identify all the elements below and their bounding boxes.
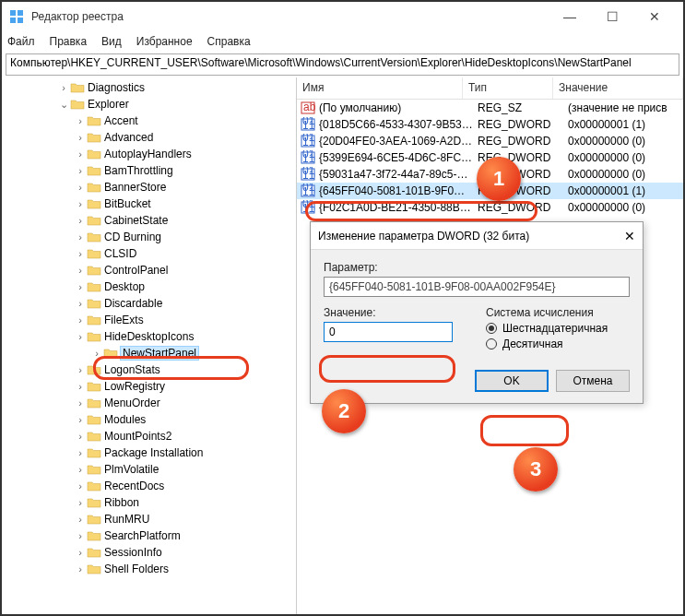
twisty-icon: › bbox=[74, 298, 87, 309]
twisty-icon: › bbox=[74, 265, 87, 276]
svg-text:110: 110 bbox=[302, 152, 315, 165]
tree-item[interactable]: ›PlmVolatile bbox=[2, 461, 296, 478]
menu-edit[interactable]: Правка bbox=[50, 35, 88, 48]
tree-label: BamThrottling bbox=[104, 164, 173, 177]
radio-hex[interactable]: Шестнадцатеричная bbox=[486, 322, 630, 335]
tree-label: FileExts bbox=[104, 314, 144, 326]
registry-value-row[interactable]: 011110{5399E694-6CE5-4D6C-8FC…REG_DWORD0… bbox=[297, 149, 683, 166]
tree-item[interactable]: ›RunMRU bbox=[2, 511, 296, 527]
svg-text:110: 110 bbox=[302, 185, 315, 198]
titlebar: Редактор реестра — ☐ ✕ bbox=[2, 2, 683, 31]
twisty-icon: › bbox=[74, 281, 87, 292]
tree-item[interactable]: ›HideDesktopIcons bbox=[2, 328, 296, 345]
tree-item[interactable]: ›Diagnostics bbox=[2, 79, 296, 96]
tree-panel[interactable]: ›Diagnostics⌄Explorer›Accent›Advanced›Au… bbox=[2, 77, 297, 614]
tree-label: HideDesktopIcons bbox=[104, 330, 194, 343]
tree-item[interactable]: ›NewStartPanel bbox=[2, 345, 296, 361]
menu-view[interactable]: Вид bbox=[101, 35, 122, 48]
tree-item[interactable]: ›Discardable bbox=[2, 295, 296, 312]
menu-favorites[interactable]: Избранное bbox=[136, 35, 193, 48]
tree-item[interactable]: ›CD Burning bbox=[2, 229, 296, 245]
tree-item[interactable]: ›SessionInfo bbox=[2, 544, 296, 561]
param-field[interactable]: {645FF040-5081-101B-9F08-00AA002F954E} bbox=[324, 277, 630, 297]
col-value[interactable]: Значение bbox=[553, 77, 683, 99]
registry-value-row[interactable]: 011110{645FF040-5081-101B-9F0…REG_DWORD0… bbox=[297, 183, 683, 199]
tree-item[interactable]: ›SearchPlatform bbox=[2, 527, 296, 544]
tree-item[interactable]: ›BitBucket bbox=[2, 195, 296, 212]
menu-file[interactable]: Файл bbox=[7, 35, 35, 48]
tree-label: CLSID bbox=[104, 247, 136, 260]
value-type: REG_DWORD bbox=[478, 168, 568, 181]
tree-item[interactable]: ›BamThrottling bbox=[2, 162, 296, 179]
tree-item[interactable]: ›CLSID bbox=[2, 245, 296, 262]
tree-item[interactable]: ›ControlPanel bbox=[2, 262, 296, 278]
tree-item[interactable]: ›CabinetState bbox=[2, 212, 296, 229]
value-name: {645FF040-5081-101B-9F0… bbox=[319, 184, 478, 197]
value-data: (значение не присв bbox=[568, 101, 683, 114]
tree-label: Modules bbox=[104, 413, 146, 426]
value-type: REG_DWORD bbox=[478, 151, 568, 164]
tree-label: CD Burning bbox=[104, 231, 161, 243]
registry-value-row[interactable]: 011110{018D5C66-4533-4307-9B53…REG_DWORD… bbox=[297, 116, 683, 133]
tree-label: BannerStore bbox=[104, 181, 166, 194]
value-data: 0x00000000 (0) bbox=[568, 168, 683, 181]
menu-help[interactable]: Справка bbox=[207, 35, 251, 48]
dialog-title: Изменение параметра DWORD (32 бита) bbox=[318, 230, 608, 243]
tree-item[interactable]: ›MenuOrder bbox=[2, 395, 296, 411]
radio-icon bbox=[486, 338, 497, 349]
tree-item[interactable]: ›BannerStore bbox=[2, 179, 296, 195]
twisty-icon: › bbox=[74, 248, 87, 259]
value-data: 0x00000000 (0) bbox=[568, 135, 683, 148]
svg-rect-3 bbox=[18, 18, 23, 23]
close-button[interactable]: ✕ bbox=[633, 2, 676, 31]
twisty-icon: › bbox=[74, 514, 87, 525]
tree-item[interactable]: ›Accent bbox=[2, 113, 296, 129]
window-title: Редактор реестра bbox=[31, 10, 549, 23]
twisty-icon: › bbox=[74, 115, 87, 126]
tree-label: SearchPlatform bbox=[104, 529, 181, 542]
value-type-icon: 011110 bbox=[301, 150, 315, 165]
value-type: REG_SZ bbox=[478, 101, 568, 114]
value-name: (По умолчанию) bbox=[319, 101, 478, 114]
radio-dec[interactable]: Десятичная bbox=[486, 338, 630, 350]
tree-item[interactable]: ›Shell Folders bbox=[2, 561, 296, 577]
twisty-icon: › bbox=[74, 447, 87, 458]
tree-item[interactable]: ›Modules bbox=[2, 411, 296, 428]
ok-button[interactable]: OK bbox=[475, 370, 549, 392]
tree-item[interactable]: ›Advanced bbox=[2, 129, 296, 146]
twisty-icon: › bbox=[74, 480, 87, 492]
tree-item[interactable]: ›LogonStats bbox=[2, 361, 296, 378]
twisty-icon: › bbox=[74, 165, 87, 176]
registry-value-row[interactable]: 011110{F02C1A0D-BE21-4350-88B…REG_DWORD0… bbox=[297, 199, 683, 216]
maximize-button[interactable]: ☐ bbox=[591, 2, 633, 31]
registry-value-row[interactable]: ab(По умолчанию)REG_SZ(значение не присв bbox=[297, 100, 683, 116]
registry-value-row[interactable]: 011110{59031a47-3f72-44a7-89c5-…REG_DWOR… bbox=[297, 166, 683, 183]
tree-item[interactable]: ›Ribbon bbox=[2, 494, 296, 511]
tree-label: MountPoints2 bbox=[104, 430, 171, 443]
tree-item[interactable]: ⌄Explorer bbox=[2, 96, 296, 113]
tree-item[interactable]: ›MountPoints2 bbox=[2, 428, 296, 444]
tree-item[interactable]: ›Package Installation bbox=[2, 444, 296, 461]
twisty-icon: › bbox=[74, 563, 87, 575]
tree-item[interactable]: ›FileExts bbox=[2, 312, 296, 328]
minimize-button[interactable]: — bbox=[549, 2, 591, 31]
value-type: REG_DWORD bbox=[478, 184, 568, 197]
twisty-icon: › bbox=[90, 348, 103, 359]
tree-item[interactable]: ›Desktop bbox=[2, 278, 296, 295]
dialog-close-button[interactable]: ✕ bbox=[608, 229, 635, 243]
address-bar[interactable]: Компьютер\HKEY_CURRENT_USER\Software\Mic… bbox=[6, 53, 679, 76]
col-name[interactable]: Имя bbox=[297, 77, 463, 99]
value-data: 0x00000001 (1) bbox=[568, 118, 683, 131]
registry-value-row[interactable]: 011110{20D04FE0-3AEA-1069-A2D…REG_DWORD0… bbox=[297, 133, 683, 149]
tree-item[interactable]: ›AutoplayHandlers bbox=[2, 146, 296, 162]
value-input[interactable]: 0 bbox=[324, 322, 453, 342]
svg-text:ab: ab bbox=[303, 101, 315, 113]
tree-item[interactable]: ›RecentDocs bbox=[2, 478, 296, 494]
value-type-icon: 011110 bbox=[301, 134, 315, 148]
tree-label: Explorer bbox=[88, 98, 129, 111]
window-controls: — ☐ ✕ bbox=[549, 2, 676, 31]
col-type[interactable]: Тип bbox=[463, 77, 553, 99]
twisty-icon: › bbox=[74, 497, 87, 508]
tree-item[interactable]: ›LowRegistry bbox=[2, 378, 296, 395]
cancel-button[interactable]: Отмена bbox=[556, 370, 630, 392]
